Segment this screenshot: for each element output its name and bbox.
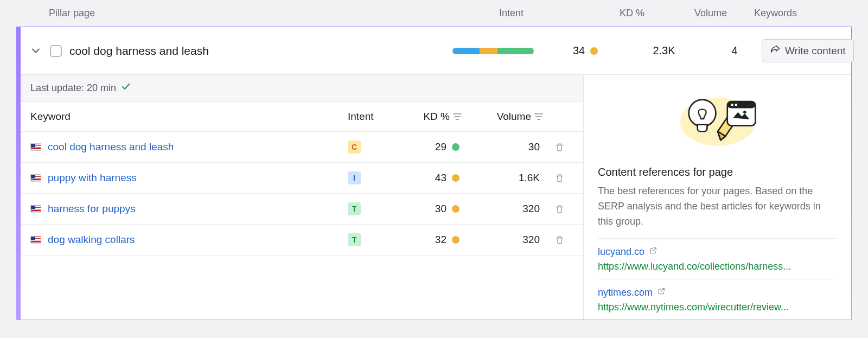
row-volume: 1.6K bbox=[462, 172, 543, 184]
keyword-link[interactable]: puppy with harness bbox=[48, 172, 137, 184]
hdr-volume[interactable]: Volume bbox=[462, 111, 543, 123]
hdr-intent[interactable]: Intent bbox=[348, 111, 397, 123]
references-title: Content references for page bbox=[598, 166, 837, 178]
intent-chip: C bbox=[348, 141, 361, 154]
kd-dot bbox=[452, 205, 459, 213]
keyword-link[interactable]: dog walking collars bbox=[48, 234, 135, 246]
share-arrow-icon bbox=[770, 44, 781, 58]
kd-dot bbox=[590, 47, 598, 55]
table-row: cool dog harness and leash C 29 30 bbox=[21, 132, 583, 163]
reference-domain-link[interactable]: lucyand.co bbox=[598, 246, 644, 258]
delete-button[interactable] bbox=[543, 142, 576, 152]
row-kd: 29 bbox=[397, 141, 462, 153]
col-pillar: Pillar page bbox=[49, 8, 499, 19]
svg-point-5 bbox=[735, 104, 737, 106]
svg-point-6 bbox=[743, 111, 746, 113]
delete-button[interactable] bbox=[543, 204, 576, 214]
intent-chip: T bbox=[348, 202, 361, 215]
row-kd: 43 bbox=[397, 172, 462, 184]
svg-point-4 bbox=[731, 104, 733, 106]
flag-icon bbox=[30, 205, 41, 213]
col-keywords: Keywords bbox=[754, 8, 852, 19]
reference-item: lucyand.co https://www.lucyand.co/collec… bbox=[598, 238, 837, 279]
flag-icon bbox=[30, 236, 41, 244]
delete-button[interactable] bbox=[543, 235, 576, 245]
col-intent: Intent bbox=[499, 8, 597, 19]
kd-dot bbox=[452, 174, 459, 182]
external-link-icon bbox=[657, 287, 666, 298]
last-update-bar: Last update: 20 min bbox=[21, 75, 583, 102]
summary-volume: 2.3K bbox=[621, 44, 707, 57]
keyword-link[interactable]: harness for puppys bbox=[48, 203, 136, 215]
row-kd: 32 bbox=[397, 234, 462, 246]
table-row: harness for puppys T 30 320 bbox=[21, 194, 583, 225]
reference-item: nytimes.com https://www.nytimes.com/wire… bbox=[598, 279, 837, 320]
delete-button[interactable] bbox=[543, 173, 576, 183]
content-references-panel: Content references for page The best ref… bbox=[584, 75, 851, 320]
kd-dot bbox=[452, 236, 459, 244]
check-icon bbox=[122, 82, 130, 94]
last-update-text: Last update: 20 min bbox=[30, 82, 116, 94]
flag-icon bbox=[30, 143, 41, 151]
table-row: dog walking collars T 32 320 bbox=[21, 225, 583, 256]
chevron-down-icon[interactable] bbox=[29, 44, 42, 58]
hdr-keyword[interactable]: Keyword bbox=[30, 111, 348, 123]
reference-domain-link[interactable]: nytimes.com bbox=[598, 287, 653, 298]
summary-keyword-count: 4 bbox=[707, 44, 762, 57]
summary-row: cool dog harness and leash 34 2.3K 4 Wri… bbox=[21, 27, 851, 75]
summary-intent-bar bbox=[452, 48, 550, 54]
write-content-button[interactable]: Write content bbox=[762, 39, 854, 62]
col-kd: KD % bbox=[597, 8, 667, 19]
external-link-icon bbox=[649, 246, 658, 258]
column-header-row: Pillar page Intent KD % Volume Keywords bbox=[0, 0, 868, 27]
keyword-link[interactable]: cool dog harness and leash bbox=[48, 141, 174, 153]
col-volume: Volume bbox=[667, 8, 754, 19]
svg-point-1 bbox=[688, 100, 716, 127]
row-volume: 30 bbox=[462, 141, 543, 153]
sort-icon bbox=[453, 111, 462, 123]
reference-url: https://www.lucyand.co/collections/harne… bbox=[598, 261, 837, 272]
row-volume: 320 bbox=[462, 234, 543, 246]
summary-kd: 34 bbox=[550, 44, 621, 57]
intent-chip: I bbox=[348, 171, 361, 184]
reference-url: https://www.nytimes.com/wirecutter/revie… bbox=[598, 302, 837, 313]
pillar-title: cool dog harness and leash bbox=[69, 44, 209, 58]
sort-icon bbox=[534, 111, 543, 123]
kd-dot bbox=[452, 143, 459, 151]
hdr-kd[interactable]: KD % bbox=[397, 111, 462, 123]
row-volume: 320 bbox=[462, 203, 543, 215]
references-illustration bbox=[598, 87, 837, 152]
row-checkbox[interactable] bbox=[50, 45, 62, 57]
keyword-table: Last update: 20 min Keyword Intent KD % … bbox=[21, 75, 584, 320]
intent-chip: T bbox=[348, 233, 361, 246]
table-row: puppy with harness I 43 1.6K bbox=[21, 163, 583, 194]
pillar-panel: cool dog harness and leash 34 2.3K 4 Wri… bbox=[16, 27, 852, 320]
row-kd: 30 bbox=[397, 203, 462, 215]
references-description: The best references for your pages. Base… bbox=[598, 184, 837, 229]
keyword-table-header: Keyword Intent KD % Volume bbox=[21, 102, 583, 132]
flag-icon bbox=[30, 174, 41, 182]
